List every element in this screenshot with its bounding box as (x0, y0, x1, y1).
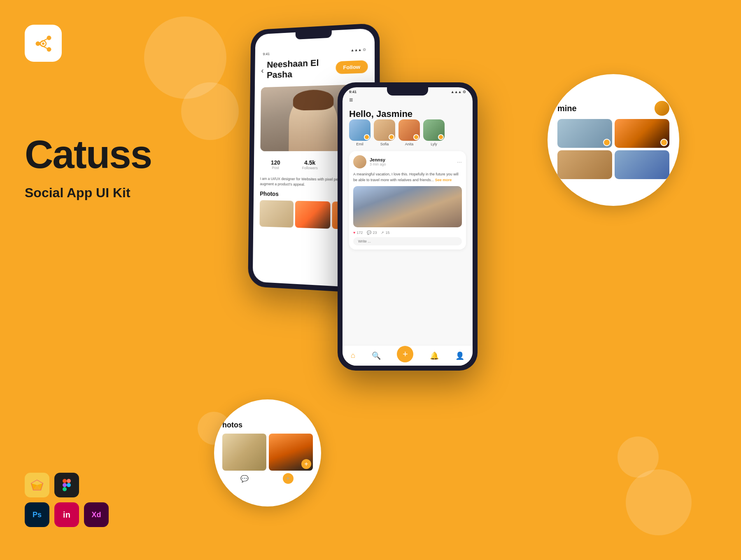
tool-row-1 (25, 473, 109, 497)
story-dot-sofia (389, 134, 394, 140)
bg-circle-2 (181, 82, 239, 140)
post-author-name: Jennsy (370, 157, 386, 162)
zoom-chat-icon[interactable]: 💬 (240, 475, 249, 485)
venice-photo (353, 186, 462, 227)
story-avatar-sofia (374, 119, 395, 141)
zoom-add-icon[interactable]: + (301, 459, 311, 469)
post-author-info: Jennsy 3 min ago (370, 157, 386, 166)
tool-icons-container: Ps in Xd (25, 473, 109, 527)
nav-add-button[interactable]: + (397, 346, 413, 362)
story-name-emil: Emil (356, 142, 364, 146)
post-actions: ♥ 172 💬 23 ↗ 15 (353, 231, 462, 235)
card-2-dot (660, 139, 668, 146)
story-name-sofia: Sofia (380, 142, 389, 146)
likes-action[interactable]: ♥ 172 (353, 231, 363, 235)
comments-count: 23 (373, 231, 377, 235)
see-more-link[interactable]: See more (435, 178, 452, 182)
feed-header: ≡ (349, 96, 466, 104)
nav-home[interactable]: ⌂ (351, 351, 355, 360)
post-time: 3 min ago (370, 162, 386, 166)
profile-topbar: ‹ Neeshaan El Pasha Follow (261, 56, 368, 81)
bell-icon: 🔔 (430, 351, 439, 360)
follow-button[interactable]: Follow (336, 60, 368, 74)
phone-right-screen: 9:41 ▲▲▲ ⊙ ≡ Hello, Jasmine Emil (343, 87, 473, 366)
post-header: Jennsy 3 min ago ··· (353, 155, 462, 168)
adobexd-icon: Xd (84, 502, 109, 527)
svg-rect-13 (63, 479, 67, 483)
story-item-emil[interactable]: Emil (349, 119, 370, 146)
home-icon: ⌂ (351, 351, 355, 360)
comment-icon: 💬 (367, 231, 371, 235)
brand-title: Catuss (25, 132, 151, 177)
profile-card-2[interactable] (615, 119, 669, 148)
svg-point-17 (67, 483, 71, 487)
zoom-add-button[interactable]: + (283, 473, 294, 484)
status-time-right: 9:41 (349, 90, 357, 94)
figma-icon (54, 473, 79, 497)
phone-right-notch (387, 87, 428, 96)
photoshop-icon: Ps (25, 502, 49, 527)
zoom-photos-grid: + (222, 434, 313, 471)
story-dot-emil (364, 134, 370, 140)
story-avatar-lyly (423, 119, 445, 141)
stat-posts: 120 Post (271, 159, 280, 170)
stat-followers: 4.5k Followers (302, 159, 318, 170)
zoom-topright-title: mine (557, 104, 577, 113)
svg-rect-14 (67, 479, 71, 483)
story-dot-lyly (438, 134, 444, 140)
story-name-anita: Anita (405, 142, 414, 146)
story-avatar-anita (398, 119, 420, 141)
status-icons-right: ▲▲▲ ⊙ (451, 90, 466, 94)
card-1-dot (603, 139, 611, 146)
post-options-icon[interactable]: ··· (457, 159, 462, 165)
hamburger-icon[interactable]: ≡ (349, 96, 353, 104)
zoom-topright-inner: mine (548, 74, 679, 206)
feed-screen: ≡ Hello, Jasmine Emil Sofia (343, 94, 473, 250)
post-card: Jennsy 3 min ago ··· A meaningful vacati… (349, 151, 466, 250)
svg-rect-16 (63, 487, 67, 491)
stories-row: Emil Sofia Anita (349, 119, 466, 146)
zoom-topright-header: mine (557, 101, 669, 116)
photo-thumb-2[interactable] (295, 201, 330, 229)
profile-icon: 👤 (455, 351, 464, 360)
shares-count: 15 (385, 231, 389, 235)
zoom-circle-topright: mine (548, 74, 679, 206)
profile-card-1[interactable] (557, 119, 612, 148)
profile-name: Neeshaan El Pasha (267, 57, 336, 81)
zoom-topright-avatar (655, 101, 669, 116)
heart-icon: ♥ (353, 231, 355, 235)
post-text: A meaningful vacation, I love this. Hope… (353, 172, 462, 183)
profile-card-3[interactable] (557, 150, 612, 179)
zoom-icons-row: 💬 + (222, 475, 313, 485)
bg-circle-4 (626, 469, 692, 535)
shares-action[interactable]: ↗ 15 (381, 231, 389, 235)
zoom-photos-inner: hotos + 💬 + (214, 399, 321, 506)
nav-profile[interactable]: 👤 (455, 351, 464, 360)
nav-notifications[interactable]: 🔔 (430, 351, 439, 360)
invision-icon: in (54, 502, 79, 527)
post-image (353, 186, 462, 227)
write-comment-input[interactable] (353, 237, 462, 245)
story-item-anita[interactable]: Anita (398, 119, 420, 146)
zoom-photo-1 (222, 434, 266, 471)
phone-right-mockup: 9:41 ▲▲▲ ⊙ ≡ Hello, Jasmine Emil (338, 82, 478, 371)
sketch-icon (25, 473, 49, 497)
status-icons-left: ▲▲▲ ⊙ (351, 47, 366, 52)
nav-search[interactable]: 🔍 (372, 351, 381, 360)
story-item-sofia[interactable]: Sofia (374, 119, 395, 146)
photo-thumb-1[interactable] (259, 200, 294, 228)
brand-subtitle: Social App UI Kit (25, 185, 130, 201)
story-item-lyly[interactable]: Lyly (423, 119, 445, 146)
search-icon: 🔍 (372, 351, 381, 360)
post-author-avatar (353, 155, 366, 168)
tool-row-2: Ps in Xd (25, 502, 109, 527)
story-name-lyly: Lyly (431, 142, 437, 146)
profile-cards-grid (557, 119, 669, 179)
profile-card-4[interactable] (615, 150, 669, 179)
hello-text: Hello, Jasmine (349, 109, 466, 119)
bottom-nav: ⌂ 🔍 + 🔔 👤 (343, 345, 473, 366)
comments-action[interactable]: 💬 23 (367, 231, 377, 235)
back-arrow-icon[interactable]: ‹ (261, 66, 263, 75)
zoom-photo-2: + (269, 434, 313, 471)
story-avatar-emil (349, 119, 370, 141)
